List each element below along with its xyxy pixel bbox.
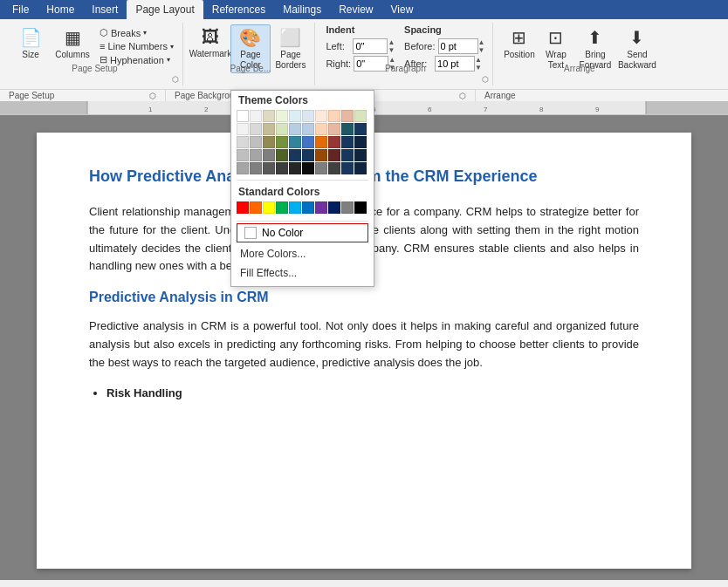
std-color-2[interactable] (250, 201, 262, 214)
std-color-10[interactable] (354, 201, 367, 214)
columns-icon: ▦ (65, 27, 81, 48)
color-swatch-w5[interactable] (289, 110, 301, 122)
tab-references[interactable]: References (203, 0, 274, 19)
page-setup-expand-icon[interactable]: ⬡ (149, 92, 156, 100)
color-swatch-r4-7[interactable] (315, 149, 327, 161)
indent-left-row: Left: ▲ ▼ (326, 38, 395, 54)
fill-effects-item[interactable]: Fill Effects... (231, 263, 374, 283)
line-numbers-label: Line Numbers (107, 41, 167, 51)
more-colors-item[interactable]: More Colors... (231, 244, 374, 263)
color-swatch-r2-9[interactable] (341, 123, 354, 135)
size-button[interactable]: 📄 Size (12, 24, 49, 63)
color-swatch-w2[interactable] (250, 110, 262, 122)
paragraph-expand[interactable]: ⬡ (482, 75, 489, 84)
color-swatch-r3-1[interactable] (237, 136, 249, 148)
send-backward-icon: ⬇ (629, 27, 644, 48)
spacing-before-down[interactable]: ▼ (478, 46, 485, 54)
color-swatch-w9[interactable] (341, 110, 354, 122)
color-swatch-r4-4[interactable] (276, 149, 288, 161)
position-button[interactable]: ⊞ Position (502, 24, 537, 63)
color-swatch-r4-5[interactable] (289, 149, 301, 161)
std-color-8[interactable] (328, 201, 340, 214)
tab-view[interactable]: View (382, 0, 422, 19)
color-swatch-r2-10[interactable] (354, 123, 367, 135)
color-swatch-r2-8[interactable] (328, 123, 340, 135)
color-swatch-r3-2[interactable] (250, 136, 262, 148)
page-setup-expand[interactable]: ⬡ (172, 75, 179, 84)
tab-page-layout[interactable]: Page Layout (127, 0, 203, 19)
color-swatch-w8[interactable] (328, 110, 340, 122)
std-color-7[interactable] (315, 201, 327, 214)
color-swatch-r4-10[interactable] (354, 149, 367, 161)
tab-review[interactable]: Review (330, 0, 381, 19)
spacing-before-up[interactable]: ▲ (478, 38, 485, 46)
color-swatch-r3-10[interactable] (354, 136, 367, 148)
color-swatch-w4[interactable] (276, 110, 288, 122)
color-swatch-r3-5[interactable] (289, 136, 301, 148)
std-color-9[interactable] (341, 201, 354, 214)
color-swatch-r2-5[interactable] (289, 123, 301, 135)
color-swatch-r5-8[interactable] (328, 162, 340, 174)
paragraph-label: Paragraph (319, 64, 492, 73)
color-swatch-r4-3[interactable] (263, 149, 275, 161)
spacing-after-up[interactable]: ▲ (475, 56, 482, 64)
page-setup-section-label[interactable]: Page Setup ⬡ (0, 90, 166, 101)
tab-insert[interactable]: Insert (83, 0, 127, 19)
svg-rect-0 (0, 101, 87, 115)
line-numbers-button[interactable]: ≡ Line Numbers ▾ (96, 40, 177, 52)
color-swatch-r3-7[interactable] (315, 136, 327, 148)
columns-label: Columns (55, 50, 89, 60)
indent-left-down[interactable]: ▼ (388, 46, 395, 54)
color-swatch-r3-9[interactable] (341, 136, 354, 148)
color-swatch-r5-6[interactable] (302, 162, 314, 174)
color-swatch-r5-10[interactable] (354, 162, 367, 174)
std-color-6[interactable] (302, 201, 314, 214)
color-swatch-r4-6[interactable] (302, 149, 314, 161)
color-swatch-w10[interactable] (354, 110, 367, 122)
breaks-button[interactable]: ⬡ Breaks ▾ (96, 26, 150, 39)
arrange-section-label[interactable]: Arrange (476, 90, 728, 101)
indent-left-up[interactable]: ▲ (388, 38, 395, 46)
color-swatch-r3-8[interactable] (328, 136, 340, 148)
color-swatch-r3-4[interactable] (276, 136, 288, 148)
std-color-1[interactable] (237, 201, 249, 214)
color-swatch-r5-4[interactable] (276, 162, 288, 174)
color-swatch-r2-1[interactable] (237, 123, 249, 135)
color-swatch-w3[interactable] (263, 110, 275, 122)
color-swatch-w6[interactable] (302, 110, 314, 122)
tab-mailings[interactable]: Mailings (274, 0, 330, 19)
columns-button[interactable]: ▦ Columns (51, 24, 94, 63)
color-swatch-r2-2[interactable] (250, 123, 262, 135)
tab-file[interactable]: File (3, 0, 38, 19)
std-color-4[interactable] (276, 201, 288, 214)
indent-left-input[interactable] (353, 38, 388, 54)
color-swatch-r5-3[interactable] (263, 162, 275, 174)
color-swatch-r5-2[interactable] (250, 162, 262, 174)
color-swatch-w7[interactable] (315, 110, 327, 122)
breaks-arrow: ▾ (143, 29, 147, 37)
watermark-button[interactable]: 🖼 Watermark (192, 24, 229, 62)
no-color-item[interactable]: No Color (237, 223, 368, 242)
color-swatch-r2-7[interactable] (315, 123, 327, 135)
color-swatch-r2-3[interactable] (263, 123, 275, 135)
color-swatch-r4-9[interactable] (341, 149, 354, 161)
color-swatch-r4-8[interactable] (328, 149, 340, 161)
color-swatch-r5-1[interactable] (237, 162, 249, 174)
color-swatch-r5-7[interactable] (315, 162, 327, 174)
color-swatch-r3-6[interactable] (302, 136, 314, 148)
color-swatch-r4-1[interactable] (237, 149, 249, 161)
color-swatch-r2-6[interactable] (302, 123, 314, 135)
color-swatch-w1[interactable] (237, 110, 249, 122)
spacing-before-input[interactable] (438, 38, 478, 54)
color-swatch-r5-9[interactable] (341, 162, 354, 174)
tab-home[interactable]: Home (38, 0, 83, 19)
color-swatch-r3-3[interactable] (263, 136, 275, 148)
no-color-swatch (244, 227, 257, 239)
indent-right-up[interactable]: ▲ (388, 56, 395, 64)
color-swatch-r4-2[interactable] (250, 149, 262, 161)
paragraph-expand-icon[interactable]: ⬡ (459, 92, 466, 100)
std-color-3[interactable] (263, 201, 275, 214)
color-swatch-r5-5[interactable] (289, 162, 301, 174)
std-color-5[interactable] (289, 201, 301, 214)
color-swatch-r2-4[interactable] (276, 123, 288, 135)
